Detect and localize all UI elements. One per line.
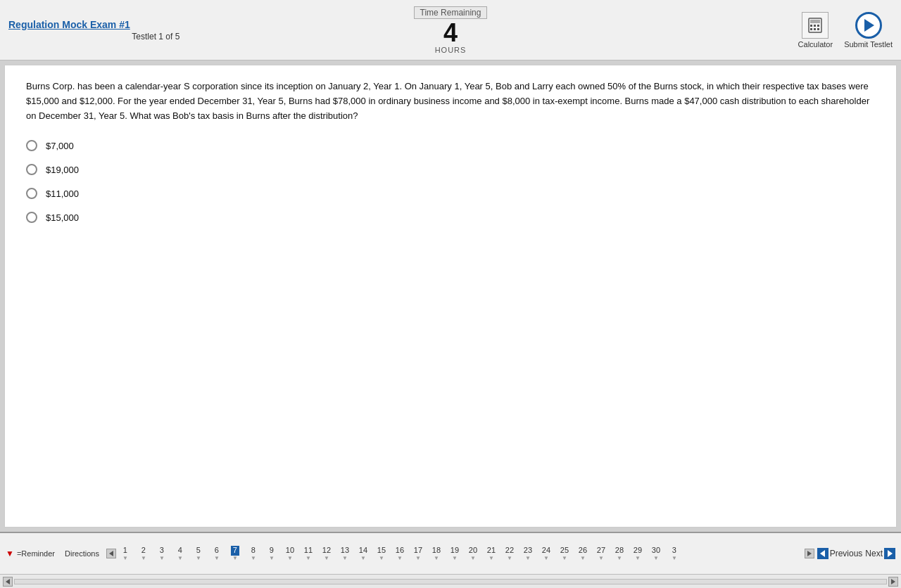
- q-num-23[interactable]: 23▼: [519, 545, 537, 561]
- q-num-10[interactable]: 10▼: [281, 545, 299, 561]
- q-num-27[interactable]: 27▼: [592, 545, 610, 561]
- scrollbar-track[interactable]: [14, 579, 887, 584]
- q-num-3[interactable]: 3▼: [153, 545, 171, 561]
- q-num-20[interactable]: 20▼: [464, 545, 482, 561]
- q-num-12[interactable]: 12▼: [317, 545, 336, 561]
- previous-label: Previous: [830, 549, 863, 558]
- answer-label-a: $7,000: [46, 141, 74, 151]
- q-num-8[interactable]: 8▼: [244, 545, 263, 561]
- answer-option-c[interactable]: $11,000: [26, 188, 875, 199]
- q-num-22[interactable]: 22▼: [500, 545, 519, 561]
- radio-a[interactable]: [26, 140, 37, 151]
- calculator-button[interactable]: Calculator: [798, 12, 833, 49]
- q-num-29[interactable]: 29▼: [629, 545, 647, 561]
- q-num-18[interactable]: 18▼: [427, 545, 446, 561]
- bottom-nav: ▼ =Reminder Directions 1▼ 2▼ 3▼ 4▼ 5▼ 6▼…: [0, 532, 901, 574]
- q-num-5[interactable]: 5▼: [189, 545, 208, 561]
- answer-option-a[interactable]: $7,000: [26, 140, 875, 151]
- exam-title[interactable]: Regulation Mock Exam #1: [8, 19, 303, 30]
- header-right: Calculator Submit Testlet: [598, 12, 893, 49]
- bottom-scrollbar: [0, 574, 901, 588]
- svg-rect-7: [817, 28, 819, 30]
- scroll-left-icon[interactable]: [106, 549, 116, 558]
- svg-rect-1: [810, 20, 820, 23]
- reminder-section: ▼ =Reminder: [6, 549, 55, 558]
- radio-d[interactable]: [26, 212, 37, 223]
- testlet-info: Testlet 1 of 5: [8, 32, 303, 41]
- svg-rect-5: [810, 28, 812, 30]
- q-num-15[interactable]: 15▼: [372, 545, 391, 561]
- scrollbar-right-arrow[interactable]: [888, 577, 898, 587]
- q-num-26[interactable]: 26▼: [574, 545, 592, 561]
- header-center: Time Remaining 4 HOURS: [303, 6, 598, 54]
- submit-label: Submit Testlet: [844, 40, 893, 49]
- nav-buttons: Previous Next: [817, 548, 895, 559]
- q-num-24[interactable]: 24▼: [537, 545, 555, 561]
- time-remaining-label: Time Remaining: [414, 6, 488, 19]
- calculator-label: Calculator: [798, 40, 833, 49]
- q-num-21[interactable]: 21▼: [482, 545, 500, 561]
- next-label: Next: [865, 549, 883, 558]
- q-num-4[interactable]: 4▼: [171, 545, 189, 561]
- svg-rect-6: [814, 28, 816, 30]
- svg-rect-3: [814, 25, 816, 27]
- radio-b[interactable]: [26, 164, 37, 175]
- reminder-flag-icon: ▼: [6, 549, 14, 558]
- scrollbar-left-arrow[interactable]: [3, 577, 13, 587]
- svg-rect-2: [810, 25, 812, 27]
- submit-arrow-icon: [864, 19, 874, 32]
- hours-label: HOURS: [303, 46, 598, 54]
- previous-button[interactable]: Previous: [817, 548, 863, 559]
- answer-option-b[interactable]: $19,000: [26, 164, 875, 175]
- q-num-1[interactable]: 1▼: [116, 545, 134, 561]
- q-num-16[interactable]: 16▼: [391, 545, 409, 561]
- q-num-2[interactable]: 2▼: [134, 545, 153, 561]
- time-hours: 4: [303, 20, 598, 46]
- answer-label-c: $11,000: [46, 188, 79, 199]
- q-num-9[interactable]: 9▼: [263, 545, 281, 561]
- question-numbers: 1▼ 2▼ 3▼ 4▼ 5▼ 6▼ 7▼ 8▼ 9▼ 10▼ 11▼ 12▼ 1…: [116, 545, 805, 561]
- q-num-31[interactable]: 3▼: [665, 545, 683, 561]
- q-num-19[interactable]: 19▼: [446, 545, 464, 561]
- calculator-icon: [802, 12, 828, 39]
- prev-arrow-icon: [817, 548, 828, 559]
- next-arrow-icon: [884, 548, 895, 559]
- radio-c[interactable]: [26, 188, 37, 199]
- q-num-7[interactable]: 7▼: [226, 545, 244, 561]
- next-button[interactable]: Next: [865, 548, 895, 559]
- svg-rect-4: [817, 25, 819, 27]
- answer-option-d[interactable]: $15,000: [26, 212, 875, 223]
- reminder-text: =Reminder: [17, 549, 55, 558]
- question-text: Burns Corp. has been a calendar-year S c…: [26, 79, 875, 123]
- directions-button[interactable]: Directions: [61, 548, 103, 559]
- main-content: Burns Corp. has been a calendar-year S c…: [4, 65, 897, 528]
- q-num-25[interactable]: 25▼: [555, 545, 574, 561]
- scroll-right-icon[interactable]: [805, 549, 814, 558]
- q-num-13[interactable]: 13▼: [336, 545, 354, 561]
- submit-testlet-button[interactable]: Submit Testlet: [844, 12, 893, 49]
- q-num-30[interactable]: 30▼: [647, 545, 665, 561]
- answer-label-d: $15,000: [46, 212, 79, 223]
- q-num-11[interactable]: 11▼: [299, 545, 317, 561]
- q-num-6[interactable]: 6▼: [208, 545, 226, 561]
- q-num-28[interactable]: 28▼: [610, 545, 629, 561]
- submit-icon: [855, 12, 882, 39]
- q-num-17[interactable]: 17▼: [409, 545, 427, 561]
- answer-label-b: $19,000: [46, 165, 79, 175]
- q-num-14[interactable]: 14▼: [354, 545, 372, 561]
- header: Regulation Mock Exam #1 Testlet 1 of 5 T…: [0, 0, 901, 60]
- header-left: Regulation Mock Exam #1 Testlet 1 of 5: [8, 19, 303, 41]
